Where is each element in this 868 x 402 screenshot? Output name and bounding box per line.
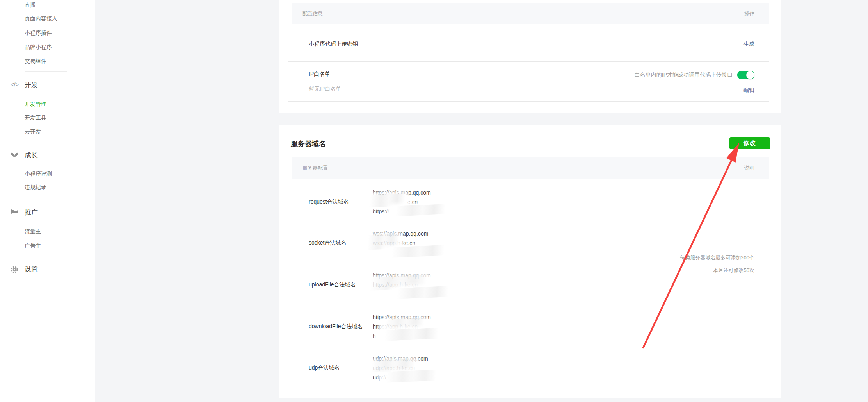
edit-whitelist-link[interactable]: 编辑 <box>743 86 754 94</box>
sidebar-section-settings[interactable]: 设置 <box>25 264 38 273</box>
description-header: 说明 <box>744 164 754 172</box>
domain-row-label: request合法域名 <box>309 198 373 205</box>
sidebar-item-live[interactable]: 直播 <box>25 2 36 9</box>
monthly-modify-note: 本月还可修改50次 <box>713 266 754 274</box>
sidebar-item-develop-tools[interactable]: 开发工具 <box>25 114 46 121</box>
domain-row-request: request合法域名 https://apis.map.qq.com http… <box>309 188 664 216</box>
row-divider <box>288 101 769 102</box>
sidebar-item-violations[interactable]: 违规记录 <box>25 184 46 191</box>
sidebar-item-evaluation[interactable]: 小程序评测 <box>25 170 52 177</box>
ip-whitelist-toggle[interactable] <box>737 71 754 79</box>
row-divider <box>288 61 769 62</box>
wechat-miniprogram-console: 直播 页面内容接入 小程序插件 品牌小程序 交易组件 </> 开发 开发管理 开… <box>0 0 868 402</box>
row-divider <box>288 389 769 389</box>
gear-icon <box>10 265 19 275</box>
sidebar: 直播 页面内容接入 小程序插件 品牌小程序 交易组件 </> 开发 开发管理 开… <box>0 0 95 402</box>
domain-row-label: socket合法域名 <box>309 239 373 247</box>
sidebar-section-growth[interactable]: 成长 <box>25 151 38 160</box>
megaphone-icon <box>10 208 19 216</box>
sidebar-item-develop-management[interactable]: 开发管理 <box>25 101 46 108</box>
sprout-icon <box>10 152 19 159</box>
ip-whitelist-hint: 白名单内的IP才能成功调用代码上传接口 <box>635 71 733 79</box>
domain-row-label: udp合法域名 <box>309 364 373 372</box>
server-domain-card: 服务器域名 修改 服务器配置 说明 request合法域名 https://ap… <box>279 125 781 398</box>
sidebar-item-cloud-develop[interactable]: 云开发 <box>25 129 41 136</box>
sidebar-divider <box>25 71 67 72</box>
domain-row-label: downloadFile合法域名 <box>309 323 373 330</box>
server-domain-title: 服务器域名 <box>291 139 326 149</box>
upload-key-label: 小程序代码上传密钥 <box>309 39 358 48</box>
domain-limit-note: 每类服务器域名最多可添加200个 <box>680 254 754 262</box>
sidebar-item-traffic-owner[interactable]: 流量主 <box>25 228 41 235</box>
server-config-header: 服务器配置 <box>302 164 328 172</box>
ip-whitelist-empty-text: 暂无IP白名单 <box>309 84 341 93</box>
domain-row-socket: socket合法域名 wss://apis.map.qq.com wss://a… <box>309 229 664 257</box>
toggle-knob <box>746 71 754 79</box>
sidebar-divider <box>25 142 67 142</box>
code-icon: </> <box>10 81 19 88</box>
sidebar-section-develop[interactable]: 开发 <box>25 80 38 89</box>
config-header-label: 配置信息 <box>302 10 323 17</box>
sidebar-divider <box>25 198 67 198</box>
modify-button[interactable]: 修改 <box>729 137 770 149</box>
config-header-action-label: 操作 <box>744 10 754 17</box>
generate-key-link[interactable]: 生成 <box>743 39 754 48</box>
sidebar-item-trade-component[interactable]: 交易组件 <box>25 58 46 65</box>
sidebar-divider <box>25 256 67 256</box>
domain-row-downloadfile: downloadFile合法域名 https://apis.map.qq.com… <box>309 313 664 341</box>
sidebar-item-advertiser[interactable]: 广告主 <box>25 243 41 250</box>
ip-whitelist-controls: 白名单内的IP才能成功调用代码上传接口 <box>635 71 754 79</box>
sidebar-item-brand[interactable]: 品牌小程序 <box>25 44 52 51</box>
domain-table-header: 服务器配置 说明 <box>292 157 769 179</box>
domain-value: wss://apis.map.qq.com <box>373 229 664 238</box>
sidebar-item-plugins[interactable]: 小程序插件 <box>25 30 52 37</box>
domain-row-uploadfile: uploadFile合法域名 https://apis.map.qq.com h… <box>309 271 664 299</box>
sidebar-section-promotion[interactable]: 推广 <box>25 208 38 217</box>
config-table-header: 配置信息 操作 <box>292 3 769 24</box>
domain-value: https://apis.map.qq.com <box>373 188 664 197</box>
domain-row-udp: udp合法域名 udp://apis.map.qq.com udp://app.… <box>309 354 664 382</box>
redaction-smudge <box>365 193 408 208</box>
ip-whitelist-label: IP白名单 <box>309 70 330 78</box>
sidebar-item-page-content[interactable]: 页面内容接入 <box>25 15 57 22</box>
config-info-card: 配置信息 操作 小程序代码上传密钥 生成 IP白名单 白名单内的IP才能成功调用… <box>279 0 781 113</box>
